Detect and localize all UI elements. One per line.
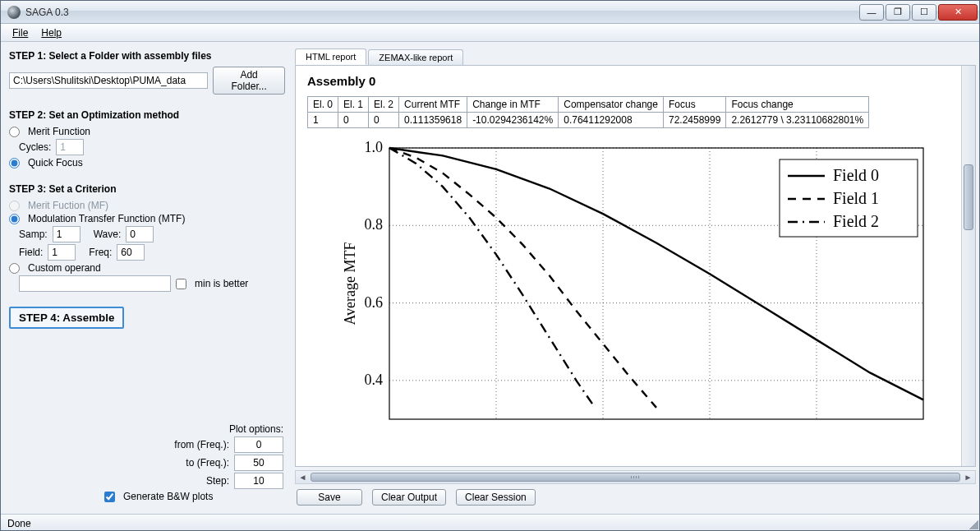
mtf-chart: 0.40.60.81.0Average MTFField 0Field 1Fie… [340, 140, 932, 436]
menubar: File Help [1, 24, 979, 42]
col-el2: El. 2 [369, 97, 399, 113]
mtf-label: Modulation Transfer Function (MTF) [28, 213, 185, 224]
merit-function-radio[interactable] [9, 127, 20, 137]
horizontal-scroll-row: ◄ ► [295, 470, 976, 484]
table-row: 1 0 0 0.111359618 -10.0294236142% 0.7641… [308, 113, 869, 128]
freq-label: Freq: [89, 247, 112, 258]
table-header-row: El. 0 El. 1 El. 2 Current MTF Change in … [308, 97, 869, 113]
step4-block: STEP 4: Assemble [6, 303, 288, 335]
report-tabs: HTML report ZEMAX-like report [295, 45, 976, 65]
cycles-input[interactable] [56, 139, 84, 155]
svg-text:Field 2: Field 2 [833, 212, 879, 230]
step2-block: STEP 2: Set an Optimization method Merit… [6, 106, 288, 177]
merit-fuction-mf-label: Merit Fuction (MF) [28, 200, 108, 211]
freq-input[interactable] [117, 244, 145, 261]
scrollbar-thumb[interactable] [964, 164, 973, 230]
scroll-left-icon[interactable]: ◄ [296, 471, 310, 483]
field-label: Field: [19, 247, 43, 258]
col-focus-change: Focus change [726, 97, 869, 113]
statusbar: Done [1, 514, 979, 531]
custom-operand-radio[interactable] [9, 263, 20, 274]
min-is-better-check[interactable] [176, 279, 186, 289]
bw-plots-check[interactable] [104, 492, 115, 502]
window-buttons: — ❐ ☐ ✕ [859, 4, 978, 21]
step3-block: STEP 3: Set a Criterion Merit Fuction (M… [6, 180, 288, 300]
main-content: STEP 1: Select a Folder with assembly fi… [1, 42, 979, 514]
minimize-button[interactable]: — [859, 4, 884, 21]
svg-text:Average MTF: Average MTF [342, 242, 358, 325]
from-freq-input[interactable] [234, 436, 283, 453]
titlebar: SAGA 0.3 — ❐ ☐ ✕ [1, 1, 979, 24]
bw-plots-label: Generate B&W plots [123, 491, 213, 502]
to-freq-label: to (Freq.): [139, 457, 229, 469]
samp-input[interactable] [53, 226, 81, 242]
folder-path-input[interactable] [9, 72, 208, 89]
chart-container: 0.40.60.81.0Average MTFField 0Field 1Fie… [307, 140, 964, 438]
report-area: Assembly 0 El. 0 El. 1 El. 2 Current MTF… [295, 65, 976, 467]
status-text: Done [7, 518, 31, 529]
svg-text:0.8: 0.8 [365, 216, 384, 233]
hscroll-thumb[interactable] [311, 473, 960, 482]
report-title: Assembly 0 [307, 74, 964, 88]
menu-help[interactable]: Help [35, 25, 68, 40]
step1-block: STEP 1: Select a Folder with assembly fi… [6, 47, 288, 103]
restore-button[interactable]: ❐ [886, 4, 910, 21]
col-change-mtf: Change in MTF [467, 97, 559, 113]
save-button[interactable]: Save [297, 489, 362, 506]
svg-text:0.6: 0.6 [365, 294, 384, 311]
merit-function-label: Merit Function [28, 126, 90, 137]
plot-options-label: Plot options: [229, 423, 283, 435]
wave-label: Wave: [94, 229, 122, 240]
report-buttons: Save Clear Output Clear Session [295, 484, 976, 510]
add-folder-button[interactable]: Add Folder... [213, 67, 285, 95]
scroll-right-icon[interactable]: ► [961, 471, 975, 483]
quick-focus-radio[interactable] [9, 158, 20, 169]
vertical-scrollbar[interactable] [961, 66, 975, 466]
from-freq-label: from (Freq.): [139, 439, 229, 450]
app-icon [7, 6, 21, 19]
close-button[interactable]: ✕ [938, 4, 978, 21]
col-el1: El. 1 [338, 97, 369, 113]
step1-title: STEP 1: Select a Folder with assembly fi… [9, 50, 285, 62]
tab-zemax-report[interactable]: ZEMAX-like report [368, 49, 463, 65]
custom-operand-label: Custom operand [28, 262, 101, 274]
cycles-label: Cycles: [19, 141, 51, 153]
wave-input[interactable] [126, 226, 154, 242]
col-focus: Focus [663, 97, 725, 113]
quick-focus-label: Quick Focus [28, 157, 83, 169]
samp-label: Samp: [19, 229, 48, 240]
mtf-radio[interactable] [9, 214, 20, 224]
window-title: SAGA 0.3 [25, 7, 859, 18]
horizontal-scrollbar[interactable]: ◄ ► [295, 470, 976, 484]
menu-file[interactable]: File [6, 25, 35, 40]
svg-text:0.4: 0.4 [365, 372, 384, 388]
col-el0: El. 0 [308, 97, 338, 113]
right-panel: HTML report ZEMAX-like report Assembly 0… [295, 45, 976, 510]
tab-html-report[interactable]: HTML report [295, 48, 366, 65]
svg-text:Field 0: Field 0 [833, 166, 879, 184]
clear-session-button[interactable]: Clear Session [456, 489, 536, 506]
step-input[interactable] [234, 473, 283, 489]
min-is-better-label: min is better [195, 278, 248, 289]
field-input[interactable] [48, 244, 76, 261]
assemble-button[interactable]: STEP 4: Assemble [9, 307, 124, 329]
resize-grip-icon[interactable] [967, 518, 978, 529]
step-label: Step: [139, 475, 229, 487]
clear-output-button[interactable]: Clear Output [372, 489, 446, 506]
maximize-button[interactable]: ☐ [912, 4, 936, 21]
results-table: El. 0 El. 1 El. 2 Current MTF Change in … [307, 96, 869, 128]
plot-options: Plot options: from (Freq.): to (Freq.): … [6, 417, 288, 509]
svg-text:1.0: 1.0 [365, 140, 384, 155]
col-current-mtf: Current MTF [399, 97, 467, 113]
left-panel: STEP 1: Select a Folder with assembly fi… [4, 45, 290, 510]
to-freq-input[interactable] [234, 455, 283, 471]
svg-text:Field 1: Field 1 [833, 189, 879, 207]
step2-title: STEP 2: Set an Optimization method [9, 109, 285, 121]
col-comp-change: Compensator change [559, 97, 664, 113]
custom-operand-input[interactable] [19, 275, 171, 292]
merit-fuction-mf-radio[interactable] [9, 201, 20, 211]
step3-title: STEP 3: Set a Criterion [9, 183, 285, 195]
